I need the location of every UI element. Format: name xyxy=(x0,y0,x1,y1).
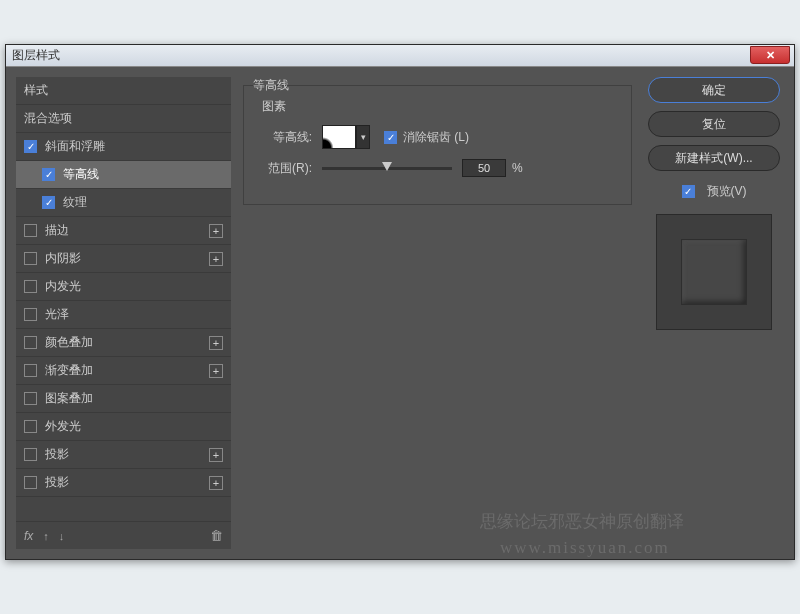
style-label: 描边 xyxy=(45,222,69,239)
add-effect-icon[interactable]: + xyxy=(209,364,223,378)
style-label: 内阴影 xyxy=(45,250,81,267)
slider-thumb-icon[interactable] xyxy=(382,162,392,171)
layer-style-dialog: 图层样式 样式 混合选项 斜面和浮雕 等高线 纹理 描边 + xyxy=(5,44,795,560)
percent-label: % xyxy=(512,161,523,175)
style-stroke[interactable]: 描边 + xyxy=(16,217,231,245)
style-satin[interactable]: 光泽 xyxy=(16,301,231,329)
style-texture[interactable]: 纹理 xyxy=(16,189,231,217)
blending-options-row[interactable]: 混合选项 xyxy=(16,104,231,133)
preview-inner xyxy=(681,239,747,305)
checkbox-icon[interactable] xyxy=(24,140,37,153)
contour-dropdown-icon[interactable] xyxy=(356,125,370,149)
style-label: 光泽 xyxy=(45,306,69,323)
checkbox-icon[interactable] xyxy=(24,392,37,405)
style-label: 外发光 xyxy=(45,418,81,435)
add-effect-icon[interactable]: + xyxy=(209,224,223,238)
range-slider[interactable] xyxy=(322,167,452,170)
style-color-overlay[interactable]: 颜色叠加 + xyxy=(16,329,231,357)
arrow-up-icon[interactable]: ↑ xyxy=(43,530,49,542)
style-inner-glow[interactable]: 内发光 xyxy=(16,273,231,301)
style-label: 投影 xyxy=(45,474,69,491)
style-label: 颜色叠加 xyxy=(45,334,93,351)
section-title: 等高线 xyxy=(253,77,289,94)
new-style-button[interactable]: 新建样式(W)... xyxy=(648,145,780,171)
styles-list-panel: 样式 混合选项 斜面和浮雕 等高线 纹理 描边 + 内阴影 xyxy=(16,77,231,549)
checkbox-icon[interactable] xyxy=(42,168,55,181)
checkbox-icon[interactable] xyxy=(42,196,55,209)
fx-menu-icon[interactable]: fx xyxy=(24,529,33,543)
checkbox-icon[interactable] xyxy=(24,476,37,489)
settings-panel: 等高线 图素 等高线: 消除锯齿 (L) 范围(R): % xyxy=(243,77,632,549)
contour-picker[interactable] xyxy=(322,125,356,149)
style-bevel-emboss[interactable]: 斜面和浮雕 xyxy=(16,133,231,161)
checkbox-icon[interactable] xyxy=(24,336,37,349)
style-label: 等高线 xyxy=(63,166,99,183)
watermark-text-1: 思缘论坛邪恶女神原创翻译 xyxy=(480,510,684,533)
checkbox-icon[interactable] xyxy=(24,448,37,461)
preview-swatch xyxy=(656,214,772,330)
reset-button[interactable]: 复位 xyxy=(648,111,780,137)
add-effect-icon[interactable]: + xyxy=(209,448,223,462)
ok-button[interactable]: 确定 xyxy=(648,77,780,103)
style-inner-shadow[interactable]: 内阴影 + xyxy=(16,245,231,273)
trash-icon[interactable]: 🗑 xyxy=(210,528,223,543)
checkbox-icon[interactable] xyxy=(24,280,37,293)
window-title: 图层样式 xyxy=(12,47,60,64)
style-outer-glow[interactable]: 外发光 xyxy=(16,413,231,441)
range-label: 范围(R): xyxy=(256,160,312,177)
antialias-checkbox[interactable] xyxy=(384,131,397,144)
style-gradient-overlay[interactable]: 渐变叠加 + xyxy=(16,357,231,385)
checkbox-icon[interactable] xyxy=(24,420,37,433)
close-button[interactable] xyxy=(750,46,790,64)
checkbox-icon[interactable] xyxy=(24,224,37,237)
preview-label: 预览(V) xyxy=(707,183,747,200)
action-panel: 确定 复位 新建样式(W)... 预览(V) xyxy=(644,77,784,549)
antialias-label: 消除锯齿 (L) xyxy=(403,129,469,146)
checkbox-icon[interactable] xyxy=(24,252,37,265)
style-label: 图案叠加 xyxy=(45,390,93,407)
style-pattern-overlay[interactable]: 图案叠加 xyxy=(16,385,231,413)
checkbox-icon[interactable] xyxy=(24,308,37,321)
styles-footer: fx ↑ ↓ 🗑 xyxy=(16,521,231,549)
checkbox-icon[interactable] xyxy=(24,364,37,377)
style-drop-shadow[interactable]: 投影 + xyxy=(16,441,231,469)
styles-header[interactable]: 样式 xyxy=(16,77,231,104)
contour-label: 等高线: xyxy=(256,129,312,146)
style-label: 渐变叠加 xyxy=(45,362,93,379)
arrow-down-icon[interactable]: ↓ xyxy=(59,530,65,542)
style-contour[interactable]: 等高线 xyxy=(16,161,231,189)
watermark-text-2: www.missyuan.com xyxy=(500,538,670,558)
style-label: 内发光 xyxy=(45,278,81,295)
add-effect-icon[interactable]: + xyxy=(209,252,223,266)
style-label: 纹理 xyxy=(63,194,87,211)
group-label: 图素 xyxy=(262,98,619,115)
style-label: 投影 xyxy=(45,446,69,463)
titlebar[interactable]: 图层样式 xyxy=(6,45,794,67)
add-effect-icon[interactable]: + xyxy=(209,476,223,490)
style-label: 斜面和浮雕 xyxy=(45,138,105,155)
style-drop-shadow-2[interactable]: 投影 + xyxy=(16,469,231,497)
add-effect-icon[interactable]: + xyxy=(209,336,223,350)
range-value-input[interactable] xyxy=(462,159,506,177)
preview-checkbox[interactable] xyxy=(682,185,695,198)
